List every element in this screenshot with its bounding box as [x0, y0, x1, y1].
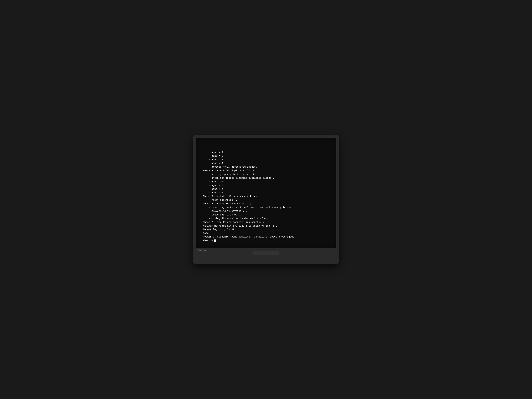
terminal-line: - agno = 1 [203, 184, 329, 187]
terminal-line: Repair of readonly mount complete. Immed… [203, 235, 329, 239]
terminal-line: - traversing filesystem ... [203, 209, 329, 213]
terminal-line: - agno = 2 [203, 158, 329, 162]
terminal-line: - reset superblock... [203, 198, 329, 202]
terminal-line: Phase 4 - check for duplicate blocks... [203, 169, 329, 173]
terminal-line: - agno = 3 [203, 162, 329, 165]
terminal-line: - agno = 1 [203, 154, 329, 158]
terminal-line: Maximum metadata LSN (39:11224) is ahead… [203, 224, 329, 228]
monitor: - agno = 0 - agno = 1 - agno = 2 - agno … [193, 135, 339, 264]
terminal-line: Format log to cycle 42. [203, 228, 329, 231]
terminal-line: - agno = 2 [203, 187, 329, 191]
terminal-line: Phase 5 - rebuild AG headers and trees..… [203, 195, 329, 198]
terminal-line: Phase 7 - verify and correct link counts… [203, 221, 329, 224]
terminal-output: - agno = 0 - agno = 1 - agno = 2 - agno … [203, 143, 329, 242]
brand-label: ThinkVision [196, 249, 336, 251]
terminal-line: - process newly discovered inodes... [203, 165, 329, 169]
terminal-line: - agno = 3 [203, 191, 329, 195]
terminal-line: - resetting contents of realtime bitmap … [203, 206, 329, 209]
monitor-screen: - agno = 0 - agno = 1 - agno = 2 - agno … [196, 138, 336, 248]
monitor-stand [253, 251, 279, 255]
terminal-line: - check for inodes claiming duplicate bl… [203, 176, 329, 180]
terminal-line: - agno = 0 [203, 180, 329, 184]
terminal-line: done [203, 231, 329, 235]
terminal-line: - agno = 0 [203, 151, 329, 154]
terminal-line: Phase 6 - check inode connectivity... [203, 202, 329, 206]
terminal-line: - moving disconnected inodes to lost+fou… [203, 217, 329, 221]
terminal-cursor [214, 240, 216, 242]
terminal-line: - setting up duplicate extent list... [203, 173, 329, 176]
terminal-line: sh-4.2# [203, 239, 329, 242]
terminal-line: - traversal finished ... [203, 213, 329, 217]
monitor-base [247, 255, 285, 256]
